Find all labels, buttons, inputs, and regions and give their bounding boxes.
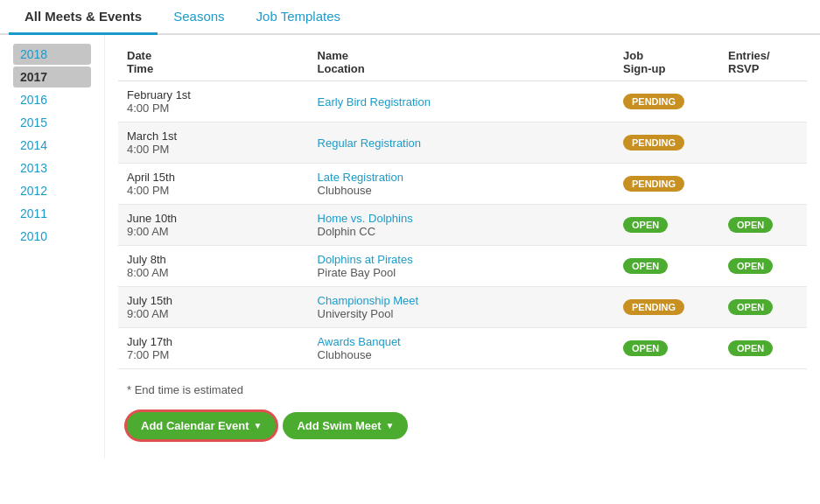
tab-all-meets[interactable]: All Meets & Events — [9, 0, 158, 35]
event-name-link[interactable]: Early Bird Registration — [318, 95, 431, 108]
sidebar-year-2010[interactable]: 2010 — [13, 226, 91, 247]
entries-badge: OPEN — [728, 299, 773, 315]
entries-badge: OPEN — [728, 217, 773, 233]
sidebar-year-2014[interactable]: 2014 — [13, 135, 91, 156]
event-name-link[interactable]: Awards Banquet — [318, 335, 401, 348]
event-name: Awards BanquetClubhouse — [309, 328, 614, 369]
add-swim-arrow-icon: ▼ — [386, 421, 395, 430]
add-calendar-button[interactable]: Add Calendar Event ▼ — [127, 412, 276, 439]
job-badge: OPEN — [623, 258, 668, 274]
sidebar: 2018 2017 2016 2015 2014 2013 2012 2011 … — [0, 35, 105, 458]
event-name-link[interactable]: Championship Meet — [318, 294, 419, 307]
job-badge: OPEN — [623, 340, 668, 356]
tab-seasons[interactable]: Seasons — [158, 0, 240, 35]
event-entries-status: OPEN — [719, 287, 807, 328]
add-swim-meet-button[interactable]: Add Swim Meet ▼ — [283, 412, 408, 439]
sidebar-year-2016[interactable]: 2016 — [13, 89, 91, 110]
event-name-link[interactable]: Regular Registration — [318, 136, 422, 150]
job-badge: OPEN — [623, 217, 668, 233]
event-entries-status — [719, 164, 807, 205]
sidebar-year-2018[interactable]: 2018 — [13, 44, 91, 65]
event-datetime: April 15th4:00 PM — [118, 164, 309, 205]
col-header-job: JobSign-up — [614, 44, 719, 81]
event-datetime: July 8th8:00 AM — [118, 246, 309, 287]
table-row: June 10th9:00 AMHome vs. DolphinsDolphin… — [118, 205, 807, 246]
add-swim-label: Add Swim Meet — [297, 419, 381, 432]
event-entries-status — [719, 81, 807, 122]
event-datetime: June 10th9:00 AM — [118, 205, 309, 246]
event-datetime: July 17th7:00 PM — [118, 328, 309, 369]
event-name: Dolphins at PiratesPirate Bay Pool — [309, 246, 614, 287]
col-header-entries: Entries/RSVP — [719, 44, 807, 81]
event-name: Regular Registration — [309, 122, 614, 164]
table-row: July 15th9:00 AMChampionship MeetUnivers… — [118, 287, 807, 328]
entries-badge: OPEN — [728, 258, 773, 274]
event-datetime: March 1st4:00 PM — [118, 122, 309, 164]
action-buttons: Add Calendar Event ▼ Add Swim Meet ▼ — [118, 402, 807, 450]
add-calendar-arrow-icon: ▼ — [254, 421, 263, 430]
event-location: University Pool — [318, 307, 606, 320]
event-entries-status — [719, 122, 807, 164]
event-name: Early Bird Registration — [309, 81, 614, 122]
event-entries-status: OPEN — [719, 328, 807, 369]
job-badge: PENDING — [623, 176, 684, 192]
event-name-link[interactable]: Dolphins at Pirates — [318, 253, 413, 266]
sidebar-year-2015[interactable]: 2015 — [13, 112, 91, 133]
entries-badge: OPEN — [728, 340, 773, 356]
table-row: February 1st4:00 PMEarly Bird Registrati… — [118, 81, 807, 122]
job-badge: PENDING — [623, 94, 684, 109]
event-job-status: OPEN — [614, 205, 719, 246]
event-location: Clubhouse — [318, 184, 606, 197]
event-name: Championship MeetUniversity Pool — [309, 287, 614, 328]
add-calendar-label: Add Calendar Event — [141, 419, 249, 432]
event-datetime: July 15th9:00 AM — [118, 287, 309, 328]
event-name-link[interactable]: Home vs. Dolphins — [318, 212, 413, 225]
event-job-status: PENDING — [614, 81, 719, 122]
event-name: Late RegistrationClubhouse — [309, 164, 614, 205]
table-row: March 1st4:00 PMRegular RegistrationPEND… — [118, 122, 807, 164]
col-header-datetime: DateTime — [118, 44, 309, 81]
event-job-status: OPEN — [614, 246, 719, 287]
sidebar-year-2017[interactable]: 2017 — [13, 66, 91, 88]
event-entries-status: OPEN — [719, 205, 807, 246]
event-job-status: PENDING — [614, 287, 719, 328]
job-badge: PENDING — [623, 135, 684, 150]
col-header-name: NameLocation — [309, 44, 614, 81]
footer-note: * End time is estimated — [118, 378, 807, 402]
sidebar-year-2012[interactable]: 2012 — [13, 180, 91, 201]
tab-job-templates[interactable]: Job Templates — [241, 0, 356, 35]
event-name-link[interactable]: Late Registration — [318, 171, 403, 184]
event-datetime: February 1st4:00 PM — [118, 81, 309, 122]
job-badge: PENDING — [623, 299, 684, 315]
sidebar-year-2013[interactable]: 2013 — [13, 158, 91, 178]
sidebar-year-2011[interactable]: 2011 — [13, 203, 91, 224]
event-job-status: PENDING — [614, 164, 719, 205]
event-location: Pirate Bay Pool — [318, 266, 606, 279]
event-entries-status: OPEN — [719, 246, 807, 287]
events-content: DateTime NameLocation JobSign-up Entries… — [105, 35, 820, 458]
main-content: 2018 2017 2016 2015 2014 2013 2012 2011 … — [0, 35, 820, 458]
table-row: July 17th7:00 PMAwards BanquetClubhouseO… — [118, 328, 807, 369]
table-row: July 8th8:00 AMDolphins at PiratesPirate… — [118, 246, 807, 287]
event-job-status: PENDING — [614, 122, 719, 164]
event-location: Dolphin CC — [318, 225, 606, 238]
events-table: DateTime NameLocation JobSign-up Entries… — [118, 44, 807, 369]
event-name: Home vs. DolphinsDolphin CC — [309, 205, 614, 246]
event-location: Clubhouse — [318, 348, 606, 361]
tabs-bar: All Meets & Events Seasons Job Templates — [0, 0, 820, 35]
event-job-status: OPEN — [614, 328, 719, 369]
table-row: April 15th4:00 PMLate RegistrationClubho… — [118, 164, 807, 205]
